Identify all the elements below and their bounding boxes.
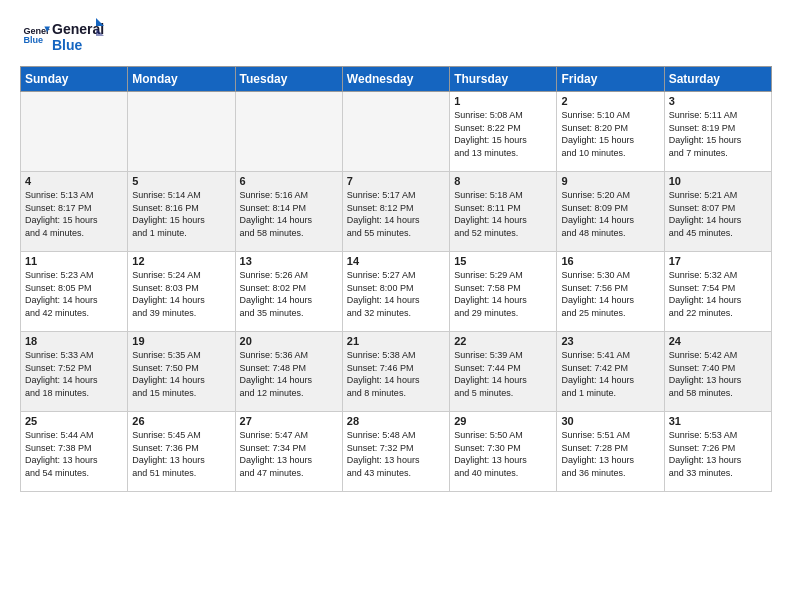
day-number: 10 [669, 175, 767, 187]
day-info: Sunrise: 5:17 AM Sunset: 8:12 PM Dayligh… [347, 189, 445, 239]
day-cell: 20Sunrise: 5:36 AM Sunset: 7:48 PM Dayli… [235, 332, 342, 412]
day-number: 25 [25, 415, 123, 427]
day-number: 2 [561, 95, 659, 107]
day-number: 24 [669, 335, 767, 347]
day-cell: 6Sunrise: 5:16 AM Sunset: 8:14 PM Daylig… [235, 172, 342, 252]
day-number: 12 [132, 255, 230, 267]
svg-text:Blue: Blue [23, 35, 43, 45]
day-cell: 17Sunrise: 5:32 AM Sunset: 7:54 PM Dayli… [664, 252, 771, 332]
day-number: 30 [561, 415, 659, 427]
day-cell: 18Sunrise: 5:33 AM Sunset: 7:52 PM Dayli… [21, 332, 128, 412]
day-number: 31 [669, 415, 767, 427]
day-cell: 16Sunrise: 5:30 AM Sunset: 7:56 PM Dayli… [557, 252, 664, 332]
day-info: Sunrise: 5:26 AM Sunset: 8:02 PM Dayligh… [240, 269, 338, 319]
col-header-thursday: Thursday [450, 67, 557, 92]
day-info: Sunrise: 5:41 AM Sunset: 7:42 PM Dayligh… [561, 349, 659, 399]
header: General Blue General Blue [20, 16, 772, 58]
col-header-tuesday: Tuesday [235, 67, 342, 92]
day-cell [21, 92, 128, 172]
day-info: Sunrise: 5:53 AM Sunset: 7:26 PM Dayligh… [669, 429, 767, 479]
day-cell: 26Sunrise: 5:45 AM Sunset: 7:36 PM Dayli… [128, 412, 235, 492]
day-cell: 31Sunrise: 5:53 AM Sunset: 7:26 PM Dayli… [664, 412, 771, 492]
day-info: Sunrise: 5:36 AM Sunset: 7:48 PM Dayligh… [240, 349, 338, 399]
day-cell: 30Sunrise: 5:51 AM Sunset: 7:28 PM Dayli… [557, 412, 664, 492]
day-cell [342, 92, 449, 172]
day-number: 8 [454, 175, 552, 187]
day-number: 14 [347, 255, 445, 267]
day-number: 1 [454, 95, 552, 107]
day-cell: 8Sunrise: 5:18 AM Sunset: 8:11 PM Daylig… [450, 172, 557, 252]
day-cell [128, 92, 235, 172]
day-info: Sunrise: 5:21 AM Sunset: 8:07 PM Dayligh… [669, 189, 767, 239]
day-info: Sunrise: 5:27 AM Sunset: 8:00 PM Dayligh… [347, 269, 445, 319]
day-cell: 4Sunrise: 5:13 AM Sunset: 8:17 PM Daylig… [21, 172, 128, 252]
day-info: Sunrise: 5:13 AM Sunset: 8:17 PM Dayligh… [25, 189, 123, 239]
day-info: Sunrise: 5:47 AM Sunset: 7:34 PM Dayligh… [240, 429, 338, 479]
day-info: Sunrise: 5:51 AM Sunset: 7:28 PM Dayligh… [561, 429, 659, 479]
day-number: 13 [240, 255, 338, 267]
day-info: Sunrise: 5:23 AM Sunset: 8:05 PM Dayligh… [25, 269, 123, 319]
calendar-table: SundayMondayTuesdayWednesdayThursdayFrid… [20, 66, 772, 492]
day-cell: 28Sunrise: 5:48 AM Sunset: 7:32 PM Dayli… [342, 412, 449, 492]
day-info: Sunrise: 5:42 AM Sunset: 7:40 PM Dayligh… [669, 349, 767, 399]
day-info: Sunrise: 5:10 AM Sunset: 8:20 PM Dayligh… [561, 109, 659, 159]
day-number: 22 [454, 335, 552, 347]
col-header-sunday: Sunday [21, 67, 128, 92]
day-cell: 9Sunrise: 5:20 AM Sunset: 8:09 PM Daylig… [557, 172, 664, 252]
logo-combined: General Blue [52, 16, 104, 58]
day-cell: 10Sunrise: 5:21 AM Sunset: 8:07 PM Dayli… [664, 172, 771, 252]
day-cell: 21Sunrise: 5:38 AM Sunset: 7:46 PM Dayli… [342, 332, 449, 412]
day-info: Sunrise: 5:14 AM Sunset: 8:16 PM Dayligh… [132, 189, 230, 239]
week-row-4: 18Sunrise: 5:33 AM Sunset: 7:52 PM Dayli… [21, 332, 772, 412]
day-cell: 14Sunrise: 5:27 AM Sunset: 8:00 PM Dayli… [342, 252, 449, 332]
day-info: Sunrise: 5:29 AM Sunset: 7:58 PM Dayligh… [454, 269, 552, 319]
day-number: 20 [240, 335, 338, 347]
logo-area: General Blue General Blue [20, 16, 104, 58]
logo: General Blue [20, 21, 52, 53]
day-number: 3 [669, 95, 767, 107]
day-number: 23 [561, 335, 659, 347]
day-number: 7 [347, 175, 445, 187]
col-header-monday: Monday [128, 67, 235, 92]
day-info: Sunrise: 5:50 AM Sunset: 7:30 PM Dayligh… [454, 429, 552, 479]
col-header-wednesday: Wednesday [342, 67, 449, 92]
day-info: Sunrise: 5:11 AM Sunset: 8:19 PM Dayligh… [669, 109, 767, 159]
day-cell: 2Sunrise: 5:10 AM Sunset: 8:20 PM Daylig… [557, 92, 664, 172]
day-info: Sunrise: 5:30 AM Sunset: 7:56 PM Dayligh… [561, 269, 659, 319]
day-cell: 13Sunrise: 5:26 AM Sunset: 8:02 PM Dayli… [235, 252, 342, 332]
day-info: Sunrise: 5:24 AM Sunset: 8:03 PM Dayligh… [132, 269, 230, 319]
day-info: Sunrise: 5:39 AM Sunset: 7:44 PM Dayligh… [454, 349, 552, 399]
day-cell: 19Sunrise: 5:35 AM Sunset: 7:50 PM Dayli… [128, 332, 235, 412]
day-info: Sunrise: 5:20 AM Sunset: 8:09 PM Dayligh… [561, 189, 659, 239]
day-cell: 11Sunrise: 5:23 AM Sunset: 8:05 PM Dayli… [21, 252, 128, 332]
day-cell: 25Sunrise: 5:44 AM Sunset: 7:38 PM Dayli… [21, 412, 128, 492]
day-number: 9 [561, 175, 659, 187]
week-row-3: 11Sunrise: 5:23 AM Sunset: 8:05 PM Dayli… [21, 252, 772, 332]
day-info: Sunrise: 5:38 AM Sunset: 7:46 PM Dayligh… [347, 349, 445, 399]
day-info: Sunrise: 5:08 AM Sunset: 8:22 PM Dayligh… [454, 109, 552, 159]
day-cell: 23Sunrise: 5:41 AM Sunset: 7:42 PM Dayli… [557, 332, 664, 412]
day-info: Sunrise: 5:44 AM Sunset: 7:38 PM Dayligh… [25, 429, 123, 479]
day-number: 21 [347, 335, 445, 347]
col-header-friday: Friday [557, 67, 664, 92]
day-number: 19 [132, 335, 230, 347]
day-cell: 15Sunrise: 5:29 AM Sunset: 7:58 PM Dayli… [450, 252, 557, 332]
day-cell: 5Sunrise: 5:14 AM Sunset: 8:16 PM Daylig… [128, 172, 235, 252]
day-cell: 1Sunrise: 5:08 AM Sunset: 8:22 PM Daylig… [450, 92, 557, 172]
day-number: 16 [561, 255, 659, 267]
day-number: 28 [347, 415, 445, 427]
day-info: Sunrise: 5:48 AM Sunset: 7:32 PM Dayligh… [347, 429, 445, 479]
day-number: 18 [25, 335, 123, 347]
day-number: 11 [25, 255, 123, 267]
day-info: Sunrise: 5:33 AM Sunset: 7:52 PM Dayligh… [25, 349, 123, 399]
day-number: 17 [669, 255, 767, 267]
day-number: 29 [454, 415, 552, 427]
day-cell: 27Sunrise: 5:47 AM Sunset: 7:34 PM Dayli… [235, 412, 342, 492]
day-number: 4 [25, 175, 123, 187]
day-number: 6 [240, 175, 338, 187]
page: General Blue General Blue [0, 0, 792, 612]
week-row-2: 4Sunrise: 5:13 AM Sunset: 8:17 PM Daylig… [21, 172, 772, 252]
day-info: Sunrise: 5:35 AM Sunset: 7:50 PM Dayligh… [132, 349, 230, 399]
day-cell: 3Sunrise: 5:11 AM Sunset: 8:19 PM Daylig… [664, 92, 771, 172]
day-info: Sunrise: 5:45 AM Sunset: 7:36 PM Dayligh… [132, 429, 230, 479]
